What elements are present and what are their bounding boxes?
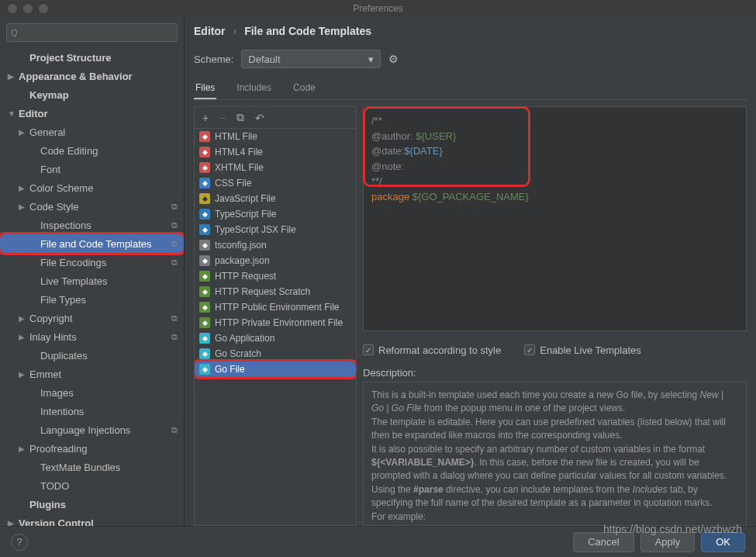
sidebar-item-version-control[interactable]: ▶Version Control <box>0 514 184 526</box>
sidebar-item-label: TextMate Bundles <box>40 462 184 473</box>
sidebar-item-live-templates[interactable]: Live Templates <box>0 272 184 290</box>
checkbox-icon: ✓ <box>363 344 374 355</box>
search-container: Q <box>6 23 178 42</box>
template-item-tsconfig-json[interactable]: ◆tsconfig.json <box>195 237 356 253</box>
sidebar-item-intentions[interactable]: Intentions <box>0 402 184 420</box>
template-item-label: XHTML File <box>215 162 264 173</box>
sidebar-item-label: File Encodings <box>40 257 171 268</box>
sidebar-item-inspections[interactable]: Inspections⧉ <box>0 216 184 234</box>
scheme-value: Default <box>248 54 280 65</box>
template-item-typescript-file[interactable]: ◆TypeScript File <box>195 206 356 222</box>
content-panel: Editor › File and Code Templates Scheme:… <box>185 17 756 526</box>
min-dot[interactable] <box>23 4 33 13</box>
sidebar-item-label: Font <box>40 164 184 175</box>
file-type-icon: ◆ <box>199 178 210 189</box>
sidebar-item-keymap[interactable]: Keymap <box>0 85 184 104</box>
sidebar-item-label: Emmet <box>29 368 184 380</box>
sidebar-item-inlay-hints[interactable]: ▶Inlay Hints⧉ <box>0 327 184 346</box>
template-code[interactable]: /** @author: ${USER} @date:${DATE} @note… <box>363 106 747 331</box>
sidebar-item-code-editing[interactable]: Code Editing <box>0 141 184 160</box>
window-controls[interactable] <box>8 4 48 13</box>
chevron-down-icon: ▾ <box>368 54 374 65</box>
scheme-select[interactable]: Default ▾ <box>241 50 381 68</box>
sidebar-item-label: Plugins <box>29 499 184 510</box>
reformat-checkbox[interactable]: ✓ Reformat according to style <box>363 344 501 356</box>
tab-code[interactable]: Code <box>292 78 317 99</box>
template-item-http-request[interactable]: ◆HTTP Request <box>195 268 356 284</box>
sidebar-item-font[interactable]: Font <box>0 160 184 178</box>
copy-icon[interactable]: ⧉ <box>236 111 244 124</box>
template-item-label: HTTP Request Scratch <box>215 286 310 297</box>
template-item-http-public-environment-file[interactable]: ◆HTTP Public Environment File <box>195 299 356 315</box>
template-item-go-application[interactable]: ◆Go Application <box>195 330 356 346</box>
sidebar-item-proofreading[interactable]: ▶Proofreading <box>0 439 184 458</box>
template-item-package-json[interactable]: ◆package.json <box>195 253 356 268</box>
template-item-go-file[interactable]: ◆Go File <box>195 362 356 377</box>
settings-tree: Project Structure▶Appearance & BehaviorK… <box>0 48 184 526</box>
sidebar-item-file-and-code-templates[interactable]: File and Code Templates⧉ <box>0 234 184 253</box>
sidebar-item-emmet[interactable]: ▶Emmet <box>0 365 184 383</box>
tab-includes[interactable]: Includes <box>235 78 273 99</box>
sidebar-item-general[interactable]: ▶General <box>0 123 184 141</box>
template-item-typescript-jsx-file[interactable]: ◆TypeScript JSX File <box>195 222 356 237</box>
tabs: Files Includes Code <box>194 78 747 100</box>
sidebar-item-label: Inspections <box>40 220 171 231</box>
scope-icon: ⧉ <box>171 332 178 342</box>
sidebar-item-file-encodings[interactable]: File Encodings⧉ <box>0 253 184 272</box>
search-icon: Q <box>11 28 18 37</box>
ok-button[interactable]: OK <box>701 532 745 552</box>
template-item-css-file[interactable]: ◆CSS File <box>195 175 356 191</box>
live-label: Enable Live Templates <box>540 344 641 356</box>
arrow-icon: ▶ <box>19 333 29 341</box>
apply-button[interactable]: Apply <box>640 532 696 552</box>
remove-icon[interactable]: − <box>219 112 226 124</box>
search-input[interactable] <box>6 23 178 42</box>
tab-files[interactable]: Files <box>194 78 216 99</box>
template-item-html4-file[interactable]: ◆HTML4 File <box>195 144 356 160</box>
sidebar-item-color-scheme[interactable]: ▶Color Scheme <box>0 178 184 197</box>
scheme-label: Scheme: <box>194 54 233 65</box>
sidebar-item-project-structure[interactable]: Project Structure <box>0 48 184 67</box>
template-item-xhtml-file[interactable]: ◆XHTML File <box>195 160 356 175</box>
template-item-html-file[interactable]: ◆HTML File <box>195 129 356 144</box>
sidebar-item-images[interactable]: Images <box>0 383 184 402</box>
reformat-label: Reformat according to style <box>378 344 501 356</box>
sidebar-item-label: Code Editing <box>40 145 184 157</box>
sidebar-item-file-types[interactable]: File Types <box>0 290 184 309</box>
sidebar-item-editor[interactable]: ▼Editor <box>0 104 184 123</box>
cancel-button[interactable]: Cancel <box>573 532 633 552</box>
sidebar-item-label: Duplicates <box>40 350 184 362</box>
template-item-http-private-environment-file[interactable]: ◆HTTP Private Environment File <box>195 315 356 330</box>
sidebar-item-code-style[interactable]: ▶Code Style⧉ <box>0 197 184 216</box>
sidebar-item-label: Editor <box>19 108 184 119</box>
sidebar-item-appearance-behavior[interactable]: ▶Appearance & Behavior <box>0 67 184 85</box>
sidebar-item-textmate-bundles[interactable]: TextMate Bundles <box>0 458 184 476</box>
crumb-editor[interactable]: Editor <box>194 25 225 37</box>
help-button[interactable]: ? <box>11 534 28 551</box>
close-dot[interactable] <box>8 4 17 13</box>
add-icon[interactable]: + <box>202 112 209 124</box>
gear-icon[interactable]: ⚙ <box>388 53 399 65</box>
scope-icon: ⧉ <box>171 258 178 268</box>
max-dot[interactable] <box>39 4 48 13</box>
template-item-javascript-file[interactable]: ◆JavaScript File <box>195 191 356 206</box>
scope-icon: ⧉ <box>171 313 178 323</box>
sidebar-item-plugins[interactable]: Plugins <box>0 495 184 514</box>
sidebar-item-language-injections[interactable]: Language Injections⧉ <box>0 420 184 439</box>
template-item-http-request-scratch[interactable]: ◆HTTP Request Scratch <box>195 284 356 299</box>
sidebar-item-copyright[interactable]: ▶Copyright⧉ <box>0 309 184 327</box>
scope-icon: ⧉ <box>171 425 178 435</box>
sidebar-item-label: Inlay Hints <box>29 331 171 343</box>
template-item-go-scratch[interactable]: ◆Go Scratch <box>195 346 356 362</box>
undo-icon[interactable]: ↶ <box>255 112 264 124</box>
sidebar-item-duplicates[interactable]: Duplicates <box>0 346 184 365</box>
file-type-icon: ◆ <box>199 193 210 204</box>
template-list: + − ⧉ ↶ ◆HTML File◆HTML4 File◆XHTML File… <box>194 106 357 526</box>
template-item-label: HTTP Private Environment File <box>215 317 343 328</box>
live-templates-checkbox[interactable]: ✓ Enable Live Templates <box>524 344 641 356</box>
sidebar-item-todo[interactable]: TODO <box>0 476 184 495</box>
sidebar-item-label: Appearance & Behavior <box>19 71 184 82</box>
arrow-icon: ▶ <box>19 202 29 211</box>
arrow-icon: ▶ <box>19 184 29 192</box>
template-item-label: tsconfig.json <box>215 240 267 251</box>
